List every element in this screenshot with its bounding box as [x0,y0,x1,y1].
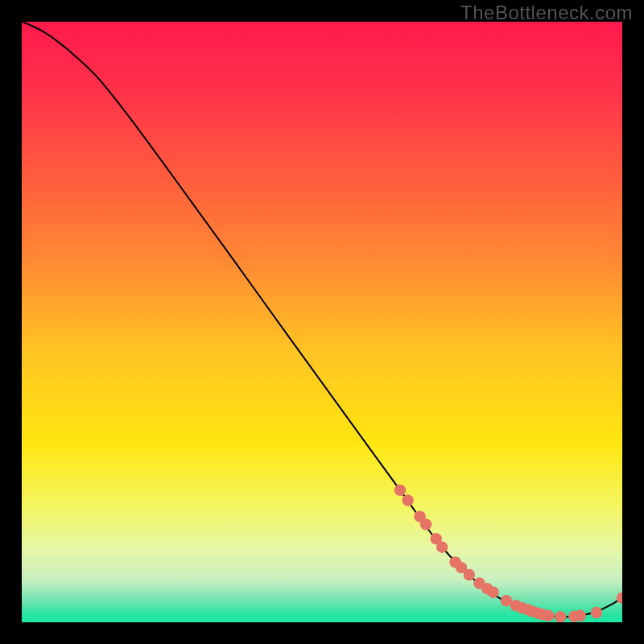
chart-stage: TheBottleneck.com [0,0,644,644]
data-marker [464,569,475,580]
data-marker [555,611,566,622]
data-marker [487,587,498,598]
gradient-background [22,22,622,622]
watermark-text: TheBottleneck.com [460,2,633,24]
plot-area [22,22,622,622]
data-marker [543,610,554,621]
data-marker [591,607,602,618]
data-marker [402,494,413,506]
chart-svg [22,22,622,622]
data-marker [436,542,448,553]
data-marker [575,610,586,621]
data-marker [420,518,431,530]
data-marker [394,485,406,496]
